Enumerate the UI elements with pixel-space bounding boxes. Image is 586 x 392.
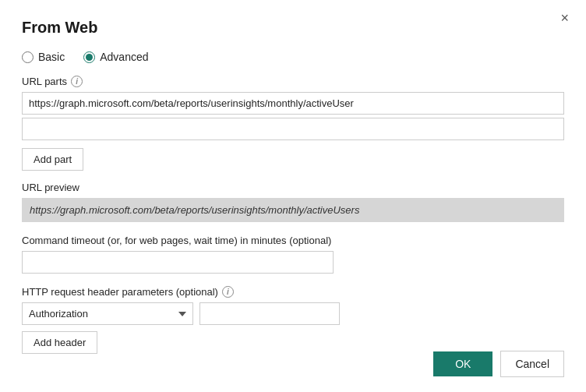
- header-row: Authorization Accept Content-Type X-Cust…: [22, 302, 564, 325]
- url-preview-label: URL preview: [22, 182, 564, 193]
- basic-radio[interactable]: [22, 51, 34, 63]
- advanced-radio-label[interactable]: Advanced: [83, 51, 148, 63]
- advanced-label: Advanced: [100, 51, 148, 63]
- from-web-dialog: × From Web Basic Advanced URL parts i Ad…: [0, 0, 586, 392]
- url-preview-value: https://graph.microsoft.com/beta/reports…: [22, 198, 564, 222]
- ok-button[interactable]: OK: [433, 351, 492, 376]
- connection-type-group: Basic Advanced: [22, 51, 564, 63]
- header-name-select[interactable]: Authorization Accept Content-Type X-Cust…: [22, 302, 193, 325]
- advanced-radio[interactable]: [83, 51, 95, 63]
- basic-label: Basic: [38, 51, 65, 63]
- http-header-info-icon[interactable]: i: [222, 286, 234, 298]
- url-part-1-input[interactable]: [22, 92, 564, 115]
- close-button[interactable]: ×: [556, 9, 574, 26]
- add-part-button[interactable]: Add part: [22, 148, 83, 171]
- header-value-input[interactable]: [199, 302, 340, 325]
- basic-radio-label[interactable]: Basic: [22, 51, 65, 63]
- url-inputs-group: [22, 92, 564, 140]
- cancel-button[interactable]: Cancel: [500, 351, 564, 377]
- add-header-button[interactable]: Add header: [22, 331, 97, 354]
- url-parts-info-icon[interactable]: i: [71, 76, 83, 87]
- timeout-label: Command timeout (or, for web pages, wait…: [22, 235, 564, 246]
- timeout-section: Command timeout (or, for web pages, wait…: [22, 235, 564, 274]
- url-part-2-input[interactable]: [22, 118, 564, 140]
- url-parts-label: URL parts i: [22, 76, 564, 87]
- dialog-title: From Web: [22, 19, 564, 37]
- timeout-input[interactable]: [22, 251, 334, 274]
- http-header-label: HTTP request header parameters (optional…: [22, 286, 564, 298]
- dialog-footer: OK Cancel: [433, 351, 564, 377]
